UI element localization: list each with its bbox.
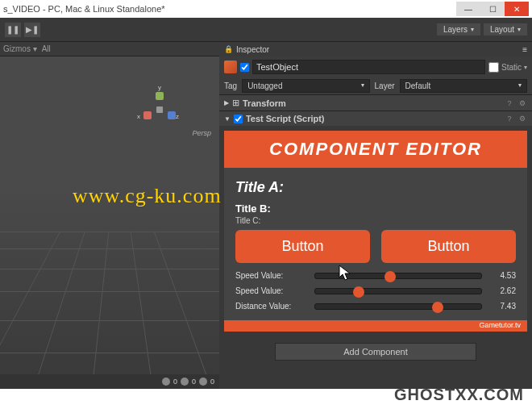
transform-label: Transform <box>243 98 501 108</box>
audio-icon[interactable] <box>181 378 189 386</box>
scene-toolbar: Gizmos ▾ All <box>0 42 219 56</box>
slider-label: Speed Value: <box>235 271 308 280</box>
maximize-button[interactable]: ☐ <box>480 2 505 16</box>
projection-label: Persp <box>192 129 211 137</box>
slider-row: Speed Value: 2.62 <box>235 286 516 295</box>
editor-banner: COMPONENT EDITOR <box>224 131 527 168</box>
gear-icon[interactable]: ⚙ <box>517 114 527 123</box>
gameobject-icon <box>224 61 237 73</box>
window-title: s_VIDEO - PC, Mac & Linux Standalone* <box>3 4 456 14</box>
step-button[interactable]: ▶❚ <box>24 23 40 37</box>
slider-thumb[interactable] <box>353 286 364 298</box>
gameobject-enabled-checkbox[interactable] <box>240 63 249 72</box>
layers-label: Layers <box>443 25 468 34</box>
expand-icon: ▶ <box>224 99 229 106</box>
gameobject-header: Static ▾ <box>219 56 532 77</box>
static-checkbox[interactable] <box>488 62 499 73</box>
slider-value: 4.53 <box>488 271 516 280</box>
title-b: Title B: <box>235 202 516 215</box>
inspector-panel: 🔒 Inspector ≡ Static ▾ Tag Untagged▾ Lay… <box>219 42 532 389</box>
layout-dropdown[interactable]: Layout ▾ <box>484 23 527 35</box>
title-a: Title A: <box>235 179 516 196</box>
title-c: Title C: <box>235 216 516 225</box>
tag-dropdown[interactable]: Untagged▾ <box>242 79 369 93</box>
static-label: Static <box>501 63 522 72</box>
scene-panel: Gizmos ▾ All y x z Persp <box>0 42 219 389</box>
scene-footer: 0 0 0 <box>0 374 219 389</box>
gizmo-icon[interactable] <box>162 378 170 386</box>
tag-label: Tag <box>224 81 237 90</box>
slider-row: Speed Value: 4.53 <box>235 271 516 280</box>
speed-slider-2[interactable] <box>314 288 482 294</box>
layer-label: Layer <box>375 81 395 90</box>
gameobject-name-input[interactable] <box>252 60 485 74</box>
pause-button[interactable]: ❚❚ <box>5 23 21 37</box>
editor-button-1[interactable]: Button <box>235 230 370 263</box>
transform-icon: ⊞ <box>232 98 239 108</box>
script-enabled-checkbox[interactable] <box>234 115 243 123</box>
close-button[interactable]: ✕ <box>505 2 529 16</box>
custom-editor-panel: COMPONENT EDITOR Title A: Title B: Title… <box>224 131 527 332</box>
all-filter[interactable]: All <box>42 44 51 53</box>
layout-label: Layout <box>490 25 514 34</box>
chevron-down-icon[interactable]: ▾ <box>524 64 527 71</box>
unity-toolbar: ❚❚ ▶❚ Layers ▾ Layout ▾ <box>0 18 532 42</box>
add-component-button[interactable]: Add Component <box>275 343 476 361</box>
slider-label: Distance Value: <box>235 302 308 311</box>
scene-viewport[interactable]: y x z Persp <box>0 56 219 374</box>
window-titlebar: s_VIDEO - PC, Mac & Linux Standalone* — … <box>0 0 532 18</box>
tag-layer-row: Tag Untagged▾ Layer Default▾ <box>219 77 532 94</box>
distance-slider[interactable] <box>314 303 482 310</box>
chevron-down-icon: ▾ <box>517 26 521 33</box>
script-component-header[interactable]: ▼ Test Script (Script) ? ⚙ <box>219 111 532 126</box>
transform-component-header[interactable]: ▶ ⊞ Transform ? ⚙ <box>219 94 532 111</box>
help-icon[interactable]: ? <box>505 114 514 123</box>
slider-label: Speed Value: <box>235 286 308 295</box>
ground-grid <box>0 232 219 374</box>
layers-dropdown[interactable]: Layers ▾ <box>437 23 480 35</box>
inspector-tab-label: Inspector <box>236 45 269 54</box>
minimize-button[interactable]: — <box>456 2 480 16</box>
editor-button-2[interactable]: Button <box>381 230 516 263</box>
slider-row: Distance Value: 7.43 <box>235 302 516 311</box>
warning-icon[interactable] <box>199 378 207 386</box>
inspector-tab[interactable]: 🔒 Inspector ≡ <box>219 42 532 56</box>
collapse-icon: ▼ <box>224 115 231 123</box>
slider-value: 2.62 <box>488 286 516 295</box>
slider-thumb[interactable] <box>432 302 443 313</box>
layer-dropdown[interactable]: Default▾ <box>400 79 527 93</box>
lock-icon[interactable]: 🔒 <box>224 45 233 53</box>
orientation-gizmo[interactable]: y x z <box>139 89 179 129</box>
tab-menu-icon[interactable]: ≡ <box>522 45 527 54</box>
gizmos-dropdown[interactable]: Gizmos ▾ <box>3 44 37 53</box>
script-label: Test Script (Script) <box>246 114 501 123</box>
speed-slider-1[interactable] <box>314 273 482 279</box>
gear-icon[interactable]: ⚙ <box>517 98 527 108</box>
editor-footer: Gametutor.tv <box>224 320 527 332</box>
help-icon[interactable]: ? <box>505 98 514 108</box>
slider-thumb[interactable] <box>384 271 396 282</box>
chevron-down-icon: ▾ <box>471 26 474 33</box>
slider-value: 7.43 <box>488 302 516 311</box>
